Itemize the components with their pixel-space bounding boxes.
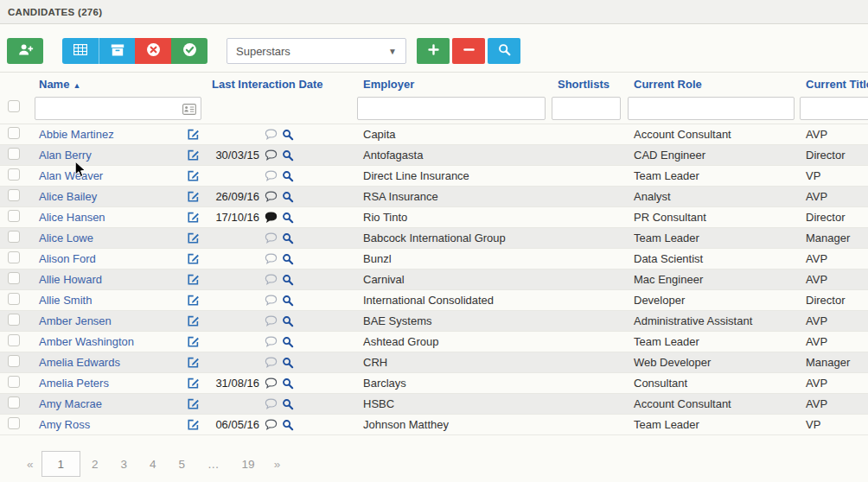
name-filter-input[interactable]: [35, 97, 201, 120]
row-checkbox[interactable]: [8, 355, 20, 367]
search-candidate-icon[interactable]: [282, 295, 294, 307]
edit-pencil-icon[interactable]: [187, 335, 200, 348]
search-button[interactable]: [488, 38, 520, 64]
comment-icon[interactable]: [265, 357, 278, 368]
pagination-prev[interactable]: «: [19, 451, 41, 477]
candidate-name-link[interactable]: Amy Macrae: [39, 397, 102, 410]
archive-view-button[interactable]: [99, 38, 135, 64]
column-header-shortlists[interactable]: Shortlists: [551, 78, 627, 91]
search-candidate-icon[interactable]: [282, 253, 294, 265]
edit-pencil-icon[interactable]: [187, 190, 200, 203]
search-candidate-icon[interactable]: [282, 398, 294, 410]
row-checkbox[interactable]: [8, 376, 20, 388]
comment-icon[interactable]: [265, 232, 278, 244]
grid-view-button[interactable]: [62, 38, 99, 64]
row-checkbox[interactable]: [8, 417, 20, 429]
candidate-name-link[interactable]: Allie Howard: [39, 273, 102, 286]
pagination-page-19[interactable]: 19: [231, 451, 266, 477]
pagination-next[interactable]: »: [266, 451, 289, 477]
comment-icon[interactable]: [265, 274, 278, 285]
comment-icon[interactable]: [265, 315, 278, 327]
row-checkbox[interactable]: [8, 272, 20, 284]
current-title-filter-input[interactable]: [800, 97, 868, 120]
employer-filter-input[interactable]: [357, 97, 546, 120]
comment-icon[interactable]: [265, 336, 278, 347]
comment-icon[interactable]: [265, 253, 278, 264]
row-checkbox[interactable]: [8, 251, 20, 263]
search-candidate-icon[interactable]: [282, 377, 294, 390]
column-header-name[interactable]: Name▲: [33, 78, 203, 91]
candidate-name-link[interactable]: Amelia Edwards: [39, 356, 120, 369]
comment-icon[interactable]: [265, 295, 278, 306]
candidate-name-link[interactable]: Alice Bailey: [39, 190, 97, 203]
candidate-name-link[interactable]: Allie Smith: [39, 294, 92, 307]
candidate-name-link[interactable]: Amelia Peters: [39, 377, 109, 390]
search-candidate-icon[interactable]: [282, 232, 294, 244]
approve-button[interactable]: [171, 38, 207, 64]
shortlists-filter-input[interactable]: [552, 97, 621, 120]
row-checkbox[interactable]: [8, 334, 20, 346]
reject-button[interactable]: [135, 38, 171, 64]
row-checkbox[interactable]: [8, 314, 20, 326]
row-checkbox[interactable]: [8, 293, 20, 305]
candidate-name-link[interactable]: Amber Jensen: [39, 314, 112, 327]
search-candidate-icon[interactable]: [282, 274, 294, 286]
edit-pencil-icon[interactable]: [187, 294, 200, 307]
search-candidate-icon[interactable]: [282, 149, 294, 162]
row-checkbox[interactable]: [8, 148, 20, 160]
search-candidate-icon[interactable]: [282, 315, 294, 327]
edit-pencil-icon[interactable]: [187, 314, 200, 327]
select-all-checkbox[interactable]: [8, 100, 20, 112]
comment-icon[interactable]: [265, 419, 278, 430]
add-candidate-button[interactable]: [7, 38, 43, 64]
comment-icon[interactable]: [265, 149, 278, 161]
edit-pencil-icon[interactable]: [187, 211, 200, 224]
search-candidate-icon[interactable]: [282, 191, 294, 203]
add-to-shortlist-button[interactable]: [417, 38, 450, 64]
edit-pencil-icon[interactable]: [187, 128, 200, 141]
edit-pencil-icon[interactable]: [187, 149, 200, 162]
search-candidate-icon[interactable]: [282, 419, 294, 431]
pagination-page-2[interactable]: 2: [80, 451, 110, 477]
pagination-page-5[interactable]: 5: [168, 451, 197, 477]
candidate-name-link[interactable]: Alan Weaver: [39, 169, 103, 182]
edit-pencil-icon[interactable]: [187, 169, 200, 182]
edit-pencil-icon[interactable]: [187, 377, 200, 390]
candidate-name-link[interactable]: Amy Ross: [39, 418, 90, 431]
search-candidate-icon[interactable]: [282, 170, 294, 182]
candidate-name-link[interactable]: Amber Washington: [39, 335, 134, 348]
comment-icon[interactable]: [265, 191, 278, 202]
edit-pencil-icon[interactable]: [187, 356, 200, 369]
search-candidate-icon[interactable]: [282, 336, 294, 348]
candidate-name-link[interactable]: Alan Berry: [39, 149, 92, 162]
pagination-page-4[interactable]: 4: [138, 451, 168, 477]
column-header-current-role[interactable]: Current Role: [627, 78, 799, 91]
comment-icon[interactable]: [265, 129, 278, 140]
contact-card-icon[interactable]: [182, 103, 196, 118]
row-checkbox[interactable]: [8, 189, 20, 201]
row-checkbox[interactable]: [8, 231, 20, 243]
candidate-name-link[interactable]: Abbie Martinez: [39, 128, 114, 141]
edit-pencil-icon[interactable]: [187, 231, 200, 244]
current-role-filter-input[interactable]: [628, 97, 795, 120]
comment-icon[interactable]: [265, 377, 278, 389]
comment-icon[interactable]: [265, 212, 278, 223]
pagination-page-1[interactable]: 1: [41, 451, 81, 477]
remove-from-shortlist-button[interactable]: [452, 38, 485, 64]
search-candidate-icon[interactable]: [282, 212, 294, 224]
row-checkbox[interactable]: [8, 168, 20, 181]
edit-pencil-icon[interactable]: [187, 273, 200, 286]
candidate-name-link[interactable]: Alice Hansen: [39, 211, 105, 224]
row-checkbox[interactable]: [8, 396, 20, 409]
search-candidate-icon[interactable]: [282, 129, 294, 141]
row-checkbox[interactable]: [8, 210, 20, 222]
candidate-name-link[interactable]: Alison Ford: [39, 252, 96, 265]
column-header-employer[interactable]: Employer: [356, 78, 551, 91]
column-header-current-title[interactable]: Current Title: [799, 78, 868, 91]
comment-icon[interactable]: [265, 398, 278, 409]
candidate-name-link[interactable]: Alice Lowe: [39, 231, 93, 244]
comment-icon[interactable]: [265, 170, 278, 181]
edit-pencil-icon[interactable]: [187, 397, 200, 410]
shortlist-filter-dropdown[interactable]: Superstars ▼: [227, 38, 406, 64]
column-header-last-interaction-date[interactable]: Last Interaction Date: [203, 78, 356, 91]
